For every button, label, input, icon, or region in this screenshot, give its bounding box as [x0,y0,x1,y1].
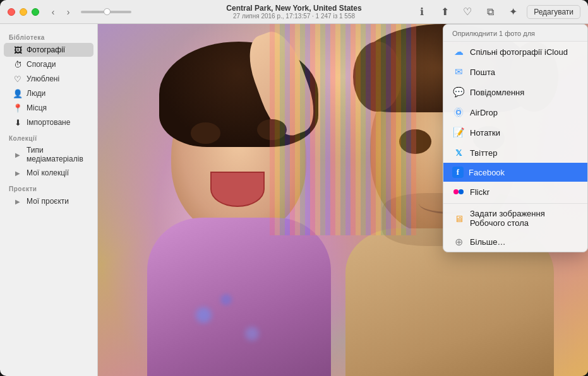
memories-icon: ⏱ [13,59,23,69]
sidebar-favorites-label: Улюблені [27,74,59,83]
sidebar-item-media-types[interactable]: ▶ Типи медіаматеріалів [4,144,93,165]
share-set-desktop[interactable]: 🖥 Задати зображення Робочого стола [443,205,587,232]
photo-area: Оприлюднити 1 фото для ☁ Спільні фотогра… [98,24,588,376]
edit-button[interactable]: Редагувати [527,5,580,19]
messages-icon: 💬 [452,86,465,98]
places-icon: 📍 [13,103,23,113]
info-button[interactable]: ℹ [413,3,431,21]
airdrop-icon [452,106,465,119]
fullscreen-button[interactable] [32,8,39,16]
collections-section-label: Колекції [0,130,97,143]
photos-icon: 🖼 [13,45,23,55]
share-mail[interactable]: ✉ Пошта [443,62,587,82]
sidebar-item-memories[interactable]: ⏱ Спогади [4,57,93,71]
share-button[interactable]: ⬆ [436,3,453,21]
share-dropdown: Оприлюднити 1 фото для ☁ Спільні фотогра… [443,24,588,252]
svg-point-2 [459,189,464,194]
sidebar-item-photos[interactable]: 🖼 Фотографії [4,43,93,57]
sidebar-item-favorites[interactable]: ♡ Улюблені [4,72,93,86]
duplicate-button[interactable]: ⧉ [481,3,499,21]
share-more[interactable]: ⊕ Більше… [443,232,587,252]
sidebar-item-my-projects[interactable]: ▶ Мої проєкти [4,194,93,208]
back-button[interactable]: ‹ [47,6,59,18]
sidebar-my-collections-label: Мої колекції [27,168,69,177]
share-messages[interactable]: 💬 Повідомлення [443,82,587,102]
close-button[interactable] [8,8,15,16]
forward-button[interactable]: › [62,6,75,18]
sidebar-my-projects-label: Мої проєкти [27,197,69,206]
my-projects-icon: ▶ [13,196,23,206]
imported-icon: ⬇ [13,117,23,127]
sidebar-item-people[interactable]: 👤 Люди [4,86,93,100]
twitter-label: Твіттер [470,148,497,158]
sidebar-item-my-collections[interactable]: ▶ Мої колекції [4,166,93,180]
sidebar-imported-label: Імпортоване [27,118,70,127]
sidebar-media-types-label: Типи медіаматеріалів [27,146,85,163]
icloud-label: Спільні фотографії iCloud [470,47,568,57]
sidebar-item-imported[interactable]: ⬇ Імпортоване [4,115,93,129]
set-desktop-label: Задати зображення Робочого стола [470,209,579,228]
share-airdrop[interactable]: AirDrop [443,102,587,122]
nav-buttons: ‹ › [47,6,75,18]
notes-label: Нотатки [470,128,500,138]
flickr-icon [452,185,465,198]
zoom-slider[interactable] [81,11,131,13]
enhance-button[interactable]: ✦ [504,3,522,21]
app-window: ‹ › Central Park, New York, United State… [0,0,588,376]
facebook-label: Facebook [469,168,505,177]
share-flickr[interactable]: Flickr [443,182,587,202]
library-section-label: Бібліотека [0,29,97,42]
titlebar: ‹ › Central Park, New York, United State… [0,0,588,24]
mail-icon: ✉ [452,66,465,78]
titlebar-actions: ℹ ⬆ ♡ ⧉ ✦ Редагувати [413,3,580,21]
sidebar-memories-label: Спогади [27,60,56,69]
icloud-icon: ☁ [452,45,465,58]
favorites-icon: ♡ [13,74,23,84]
sidebar-people-label: Люди [27,89,45,98]
dropdown-header: Оприлюднити 1 фото для [443,25,587,42]
share-notes[interactable]: 📝 Нотатки [443,122,587,143]
airdrop-label: AirDrop [470,108,498,117]
more-label: Більше… [470,237,505,247]
my-collections-icon: ▶ [13,168,23,178]
svg-point-1 [453,189,459,194]
messages-label: Повідомлення [470,88,524,97]
set-desktop-icon: 🖥 [452,212,465,225]
share-facebook[interactable]: f Facebook [443,163,587,182]
dropdown-divider [443,203,587,204]
traffic-lights [8,8,39,16]
projects-section-label: Проєкти [0,180,97,194]
titlebar-center: Central Park, New York, United States 27… [226,4,361,20]
facebook-icon: f [452,167,464,178]
svg-point-0 [457,110,460,114]
share-twitter[interactable]: 𝕏 Твіттер [443,143,587,163]
photo-meta: 27 липня 2016 р., 17:13:57 · 1 247 із 1 … [226,13,361,20]
media-types-icon: ▶ [13,150,23,160]
share-icloud-photos[interactable]: ☁ Спільні фотографії iCloud [443,42,587,62]
mail-label: Пошта [470,68,495,77]
sidebar-item-places[interactable]: 📍 Місця [4,101,93,115]
more-icon: ⊕ [452,235,465,248]
sidebar: Бібліотека 🖼 Фотографії ⏱ Спогади ♡ Улюб… [0,24,98,376]
view-slider-area [81,11,131,13]
sidebar-photos-label: Фотографії [27,45,65,54]
minimize-button[interactable] [20,8,27,16]
sidebar-places-label: Місця [27,103,47,112]
photo-location: Central Park, New York, United States [226,4,361,13]
main-content: Бібліотека 🖼 Фотографії ⏱ Спогади ♡ Улюб… [0,24,588,376]
favorite-button[interactable]: ♡ [459,3,476,21]
flickr-label: Flickr [470,187,489,197]
twitter-icon: 𝕏 [452,146,465,159]
notes-icon: 📝 [452,126,465,139]
people-icon: 👤 [13,88,23,98]
